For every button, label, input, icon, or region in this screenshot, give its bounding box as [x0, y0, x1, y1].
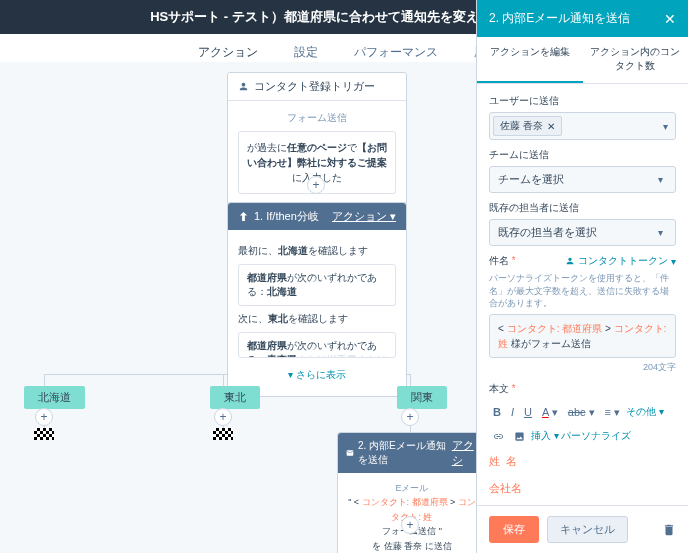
add-btn-after-email[interactable]: + — [401, 516, 419, 534]
email-node-title: 2. 内部Eメール通知を送信 — [358, 439, 452, 467]
team-select[interactable]: チームを選択▾ — [489, 166, 676, 193]
bold-btn[interactable]: B — [489, 404, 505, 420]
subject-field-label: 件名 * コンタクトトークン ▾ — [489, 254, 676, 268]
underline-btn[interactable]: U — [520, 404, 536, 420]
panel-tab-edit[interactable]: アクションを編集 — [477, 37, 583, 83]
end-marker-2 — [213, 428, 233, 440]
char-count: 204文字 — [489, 361, 676, 374]
close-icon[interactable]: ✕ — [664, 11, 676, 27]
branch-cond-2: 次に、東北を確認します — [238, 312, 396, 326]
user-field-label: ユーザーに送信 — [489, 94, 676, 108]
chevron-down-icon: ▾ — [654, 227, 667, 238]
personalize-btn[interactable]: パーソナライズ — [561, 429, 631, 443]
connector — [410, 374, 411, 386]
team-field-label: チームに送信 — [489, 148, 676, 162]
add-btn-br3[interactable]: + — [401, 408, 419, 426]
show-more-link[interactable]: ▾ さらに表示 — [238, 364, 396, 386]
body-editor[interactable]: 姓 名 会社名 Eメール — [489, 454, 676, 505]
existing-select[interactable]: 既存の担当者を選択▾ — [489, 219, 676, 246]
branch-header: 1. If/then分岐 アクション ▾ — [228, 203, 406, 230]
branch-rule-1: 都道府県が次のいずれかである：北海道 — [238, 264, 396, 306]
color-btn[interactable]: A ▾ — [538, 404, 562, 421]
branch-chip-kanto[interactable]: 関東 — [397, 386, 447, 409]
image-btn[interactable] — [510, 429, 529, 444]
trigger-sublabel: フォーム送信 — [238, 111, 396, 125]
subject-input[interactable]: < コンタクト: 都道府県 > コンタクト: 姓 様がフォーム送信 — [489, 314, 676, 358]
list-btn[interactable]: ≡ ▾ — [601, 404, 624, 421]
panel-tabs: アクションを編集 アクション内のコンタクト数 — [477, 37, 688, 84]
remove-tag-icon[interactable]: ✕ — [547, 121, 555, 132]
add-btn-br1[interactable]: + — [35, 408, 53, 426]
token-link[interactable]: コンタクトトークン ▾ — [565, 254, 676, 268]
chevron-down-icon: ▾ — [659, 121, 672, 132]
panel-body: ユーザーに送信 佐藤 香奈✕ ▾ チームに送信 チームを選択▾ 既存の担当者に送… — [477, 84, 688, 505]
body-field-label: 本文 * — [489, 382, 676, 396]
panel-header: 2. 内部Eメール通知を送信 ✕ — [477, 0, 688, 37]
branch-cond-1: 最初に、北海道を確認します — [238, 244, 396, 258]
insert-menu[interactable]: 挿入 ▾ — [531, 429, 559, 443]
side-panel: 2. 内部Eメール通知を送信 ✕ アクションを編集 アクション内のコンタクト数 … — [476, 0, 688, 553]
branch-chip-hokkaido[interactable]: 北海道 — [24, 386, 85, 409]
page-title: HSサポート - テスト）都道府県に合わせて通知先を変える場合 — [150, 8, 518, 26]
workflow-canvas[interactable]: コンタクト登録トリガー フォーム送信 が過去に任意のページで【お問い合わせ】弊社… — [0, 62, 476, 553]
cancel-button[interactable]: キャンセル — [547, 516, 628, 543]
trigger-title: コンタクト登録トリガー — [254, 79, 375, 94]
link-btn[interactable] — [489, 429, 508, 444]
token-company[interactable]: 会社名 — [489, 481, 522, 496]
panel-tab-contacts[interactable]: アクション内のコンタクト数 — [583, 37, 689, 83]
email-node-body: Eメール " < コンタクト: 都道府県 > コンタクト: 姓 フォーム送信 "… — [338, 473, 476, 553]
panel-title: 2. 内部Eメール通知を送信 — [489, 10, 630, 27]
branch-title: 1. If/then分岐 — [254, 209, 319, 224]
chevron-down-icon: ▾ — [654, 174, 667, 185]
user-tag[interactable]: 佐藤 香奈✕ — [493, 116, 562, 136]
add-action-button[interactable]: + — [307, 176, 325, 194]
token-firstname[interactable]: 名 — [506, 454, 517, 469]
editor-toolbar-2: 挿入 ▾ パーソナライズ — [489, 425, 676, 448]
branch-rule-2: 都道府県が次のいずれかである：青森県または岩手県または宮城県または秋田県 — [238, 332, 396, 358]
email-node[interactable]: 2. 内部Eメール通知を送信 アクシ Eメール " < コンタクト: 都道府県 … — [337, 432, 476, 553]
delete-icon[interactable] — [662, 523, 676, 537]
email-node-action[interactable]: アクシ — [452, 438, 476, 468]
branch-node[interactable]: 1. If/then分岐 アクション ▾ 最初に、北海道を確認します 都道府県が… — [227, 202, 407, 397]
branch-chip-tohoku[interactable]: 東北 — [210, 386, 260, 409]
email-node-header: 2. 内部Eメール通知を送信 アクシ — [338, 433, 476, 473]
editor-toolbar: B I U A ▾ abc ▾ ≡ ▾ その他 ▾ — [489, 400, 676, 425]
user-select[interactable]: 佐藤 香奈✕ ▾ — [489, 112, 676, 140]
save-button[interactable]: 保存 — [489, 516, 539, 543]
token-lastname[interactable]: 姓 — [489, 454, 500, 469]
end-marker-1 — [34, 428, 54, 440]
branch-action-menu[interactable]: アクション ▾ — [332, 209, 396, 224]
trigger-header: コンタクト登録トリガー — [228, 73, 406, 101]
existing-field-label: 既存の担当者に送信 — [489, 201, 676, 215]
strike-btn[interactable]: abc ▾ — [564, 404, 599, 421]
connector — [223, 374, 224, 386]
add-btn-br2[interactable]: + — [214, 408, 232, 426]
panel-footer: 保存 キャンセル — [477, 505, 688, 553]
subject-help: パーソナライズトークンを使用すると、「件名」が最大文字数を超え、送信に失敗する場… — [489, 272, 676, 310]
italic-btn[interactable]: I — [507, 404, 518, 420]
other-menu[interactable]: その他 ▾ — [626, 405, 664, 419]
connector — [44, 374, 45, 386]
